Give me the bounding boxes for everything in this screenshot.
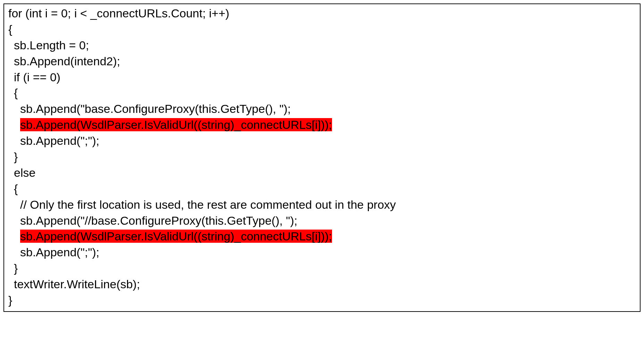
- code-line: }: [8, 292, 636, 308]
- code-snippet: for (int i = 0; i < _connectURLs.Count; …: [3, 3, 641, 312]
- code-line: sb.Length = 0;: [14, 38, 636, 53]
- code-line: if (i == 0): [14, 69, 636, 85]
- highlight: sb.Append(WsdlParser.IsValidUrl((string)…: [20, 230, 332, 243]
- highlighted-code-line: sb.Append(WsdlParser.IsValidUrl((string)…: [20, 229, 636, 245]
- highlighted-code-line: sb.Append(WsdlParser.IsValidUrl((string)…: [20, 117, 636, 133]
- code-line: sb.Append(intend2);: [14, 53, 636, 69]
- code-line: // Only the first location is used, the …: [20, 197, 636, 213]
- code-line: {: [8, 22, 636, 38]
- code-line: sb.Append("//base.ConfigureProxy(this.Ge…: [20, 213, 636, 229]
- highlight: sb.Append(WsdlParser.IsValidUrl((string)…: [20, 118, 332, 131]
- code-line: {: [14, 181, 636, 197]
- code-line: sb.Append("base.ConfigureProxy(this.GetT…: [20, 101, 636, 117]
- code-line: sb.Append(";");: [20, 245, 636, 260]
- code-line: sb.Append(";");: [20, 133, 636, 149]
- code-line: else: [14, 165, 636, 181]
- code-line: for (int i = 0; i < _connectURLs.Count; …: [8, 6, 636, 22]
- code-line: textWriter.WriteLine(sb);: [14, 276, 636, 292]
- code-line: {: [14, 85, 636, 101]
- code-line: }: [14, 149, 636, 165]
- code-line: }: [14, 260, 636, 276]
